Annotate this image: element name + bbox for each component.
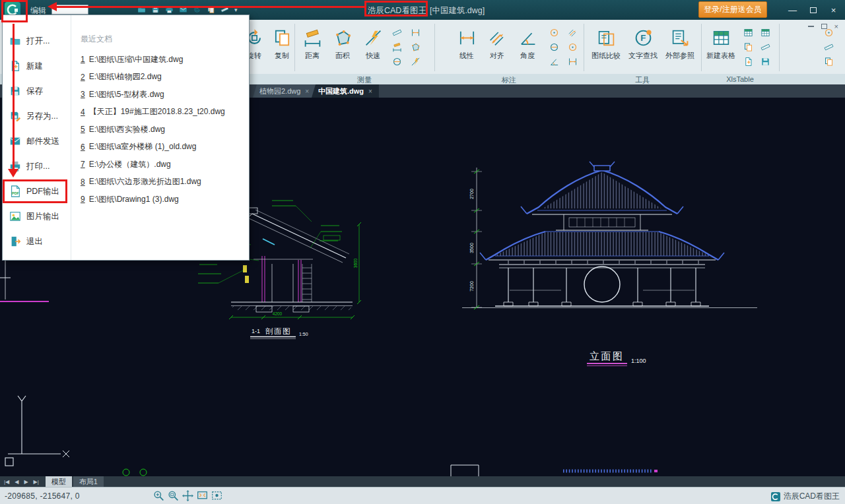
area-small-icon[interactable] bbox=[411, 42, 421, 52]
doc-minimize-icon[interactable] bbox=[808, 26, 814, 27]
recent-doc-4[interactable]: 4【天正】19#施工图2018.8.23_t20.dwg bbox=[81, 104, 249, 121]
dim-angle-small-icon[interactable] bbox=[549, 57, 559, 67]
menu-item-print[interactable]: 打印... bbox=[3, 154, 71, 179]
open-folder-icon bbox=[9, 35, 21, 47]
pan-icon[interactable] bbox=[182, 490, 193, 501]
zoom-window-icon[interactable] bbox=[168, 490, 179, 501]
dim-linear-mini-icon[interactable] bbox=[568, 57, 578, 67]
dim-angle-button[interactable]: 角度 bbox=[512, 24, 543, 73]
find-text-button[interactable]: 文字查找 bbox=[625, 24, 661, 73]
copy-icon bbox=[273, 28, 292, 47]
menu-item-open[interactable]: 打开... bbox=[3, 28, 71, 53]
menu-item-save-as[interactable]: 另存为... bbox=[3, 104, 71, 129]
zoom-in-icon[interactable] bbox=[153, 490, 164, 501]
prev-layout-button[interactable]: ◀ bbox=[15, 479, 18, 485]
ruler-icon[interactable] bbox=[392, 28, 402, 38]
copy-button[interactable]: 复制 bbox=[267, 24, 297, 73]
table-small-icon[interactable] bbox=[743, 28, 753, 38]
dim-linear-button[interactable]: 线性 bbox=[452, 24, 482, 73]
recent-doc-2[interactable]: 2E:\图纸\植物园2.dwg bbox=[81, 69, 249, 86]
recent-doc-5[interactable]: 5E:\图纸\西实验楼.dwg bbox=[81, 121, 249, 139]
recent-doc-6[interactable]: 6E:\图纸\a室外楼梯 (1)_old.dwg bbox=[81, 139, 249, 156]
dim-diameter-icon[interactable] bbox=[549, 42, 559, 52]
save-icon[interactable] bbox=[151, 5, 160, 14]
tab-close-icon[interactable]: × bbox=[368, 88, 372, 95]
section-scale: 1:50 bbox=[299, 332, 308, 336]
table-new-icon[interactable] bbox=[743, 57, 753, 67]
table-save-icon[interactable] bbox=[760, 57, 770, 67]
table-export-icon[interactable] bbox=[760, 28, 770, 38]
cad-viewer-window: 编辑 ▾ 浩辰CAD看图王 [中国建筑.dwg] 登录/注册送会员 — × 测量… bbox=[0, 0, 845, 504]
distance-small-icon[interactable] bbox=[392, 42, 402, 52]
measure-area-button[interactable]: 面积 bbox=[327, 24, 358, 73]
extra-copy-icon[interactable] bbox=[824, 57, 834, 67]
table-edit-icon[interactable] bbox=[760, 42, 770, 52]
ucs-y-axis bbox=[18, 396, 26, 409]
xref-button[interactable]: 外部参照 bbox=[661, 24, 698, 73]
dim-aligned-small-icon[interactable] bbox=[568, 28, 578, 38]
measure-icon[interactable] bbox=[220, 5, 229, 14]
table-copy-icon[interactable] bbox=[743, 42, 753, 52]
menu-item-email[interactable]: 邮件发送 bbox=[3, 129, 71, 154]
next-layout-button[interactable]: ▶ bbox=[24, 479, 28, 485]
menu-item-save[interactable]: 保存 bbox=[3, 79, 71, 104]
print-icon[interactable] bbox=[165, 5, 174, 14]
first-layout-button[interactable]: |◀ bbox=[4, 479, 9, 485]
mail-icon[interactable] bbox=[179, 5, 187, 14]
close-button[interactable]: × bbox=[823, 0, 844, 20]
measure-quick-button[interactable]: 快速 bbox=[358, 24, 388, 73]
open-file-icon[interactable] bbox=[137, 5, 146, 14]
xref-icon bbox=[671, 28, 690, 47]
group-label-measure: 测量 bbox=[357, 75, 372, 85]
recent-doc-9[interactable]: 9E:\图纸\Drawing1 (3).dwg bbox=[81, 191, 249, 208]
window-controls: — × bbox=[782, 0, 844, 20]
rotate-icon[interactable] bbox=[193, 5, 201, 14]
login-register-button[interactable]: 登录/注册送会员 bbox=[698, 1, 767, 18]
copy-icon[interactable] bbox=[207, 5, 215, 14]
dim-aligned-button[interactable]: 对齐 bbox=[482, 24, 512, 73]
dim-radius-small-icon[interactable] bbox=[568, 42, 578, 52]
doc-tab-botanical[interactable]: 植物园2.dwg × bbox=[253, 84, 316, 98]
document-window-controls: × bbox=[808, 22, 838, 30]
last-layout-button[interactable]: ▶| bbox=[34, 479, 39, 485]
quick-small-icon[interactable] bbox=[411, 57, 421, 67]
group-separator bbox=[779, 24, 780, 71]
menu-item-exit[interactable]: 退出 bbox=[3, 229, 71, 254]
menu-item-image-export[interactable]: 图片输出 bbox=[3, 204, 71, 229]
extra-ruler-icon[interactable] bbox=[824, 42, 834, 52]
canvas-misc bbox=[0, 260, 658, 476]
diameter-icon[interactable] bbox=[392, 57, 402, 67]
layout-tab-bar: |◀ ◀ ▶ ▶| 模型 布局1 bbox=[0, 476, 845, 487]
elevation-label: 立面图 bbox=[590, 350, 625, 362]
edit-combo-box[interactable] bbox=[51, 5, 88, 15]
recent-doc-3[interactable]: 3E:\图纸\5-型材表.dwg bbox=[81, 86, 249, 104]
doc-close-icon[interactable]: × bbox=[834, 22, 838, 30]
new-table-button[interactable]: 新建表格 bbox=[702, 24, 739, 73]
tab-close-icon[interactable]: × bbox=[305, 88, 309, 95]
model-tab[interactable]: 模型 bbox=[46, 476, 72, 487]
recent-doc-8[interactable]: 8E:\图纸\六边形激光折边图1.dwg bbox=[81, 173, 249, 191]
menu-item-new[interactable]: 新建 bbox=[3, 53, 71, 79]
dim-radius-icon[interactable] bbox=[549, 28, 559, 38]
capture-icon[interactable] bbox=[211, 490, 222, 501]
window-title-app: 浩辰CAD看图王 bbox=[368, 5, 426, 16]
recent-doc-1[interactable]: 1E:\图纸\压缩\中国建筑.dwg bbox=[81, 51, 249, 69]
dim-linear-small-icon[interactable] bbox=[411, 28, 421, 38]
dim-aligned-icon bbox=[488, 28, 507, 47]
area-icon bbox=[333, 28, 353, 47]
drawing-compare-button[interactable]: 图纸比较 bbox=[588, 24, 625, 73]
menu-item-pdf-export[interactable]: PDF输出 bbox=[3, 179, 71, 204]
maximize-button[interactable] bbox=[803, 0, 823, 20]
recent-doc-7[interactable]: 7E:\办公楼（建筑）.dwg bbox=[81, 156, 249, 173]
quick-access-dropdown-icon[interactable]: ▾ bbox=[234, 7, 238, 13]
measure-distance-button[interactable]: 距离 bbox=[297, 24, 327, 73]
doc-restore-icon[interactable] bbox=[821, 24, 827, 29]
moon-gate-circle bbox=[584, 267, 620, 302]
layout1-tab[interactable]: 布局1 bbox=[73, 476, 104, 487]
minimize-button[interactable]: — bbox=[782, 0, 803, 20]
elevation-scale: 1:100 bbox=[631, 358, 646, 364]
group-separator bbox=[701, 24, 702, 71]
compare-icon bbox=[597, 28, 616, 47]
fit-screen-icon[interactable] bbox=[197, 490, 208, 501]
doc-tab-china-architecture[interactable]: 中国建筑.dwg × bbox=[312, 84, 379, 98]
